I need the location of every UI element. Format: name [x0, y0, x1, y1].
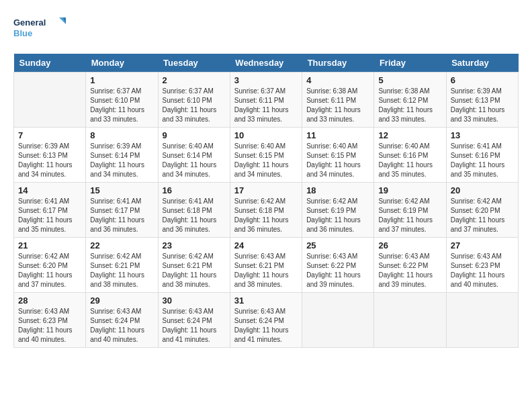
calendar-cell: 31Sunrise: 6:43 AMSunset: 6:24 PMDayligh… [230, 293, 302, 348]
day-number: 15 [90, 185, 153, 195]
day-number: 24 [234, 240, 298, 250]
day-header-friday: Friday [374, 54, 446, 73]
calendar-cell: 11Sunrise: 6:40 AMSunset: 6:15 PMDayligh… [302, 128, 374, 183]
day-number: 17 [234, 185, 298, 195]
calendar-cell: 5Sunrise: 6:38 AMSunset: 6:12 PMDaylight… [374, 73, 446, 128]
day-info: Sunrise: 6:42 AMSunset: 6:20 PMDaylight:… [451, 197, 514, 234]
day-number: 16 [163, 185, 226, 195]
day-number: 31 [234, 295, 298, 306]
day-number: 6 [451, 75, 514, 85]
day-number: 4 [306, 75, 369, 85]
calendar-cell: 21Sunrise: 6:42 AMSunset: 6:20 PMDayligh… [14, 238, 86, 293]
day-header-monday: Monday [86, 54, 158, 73]
calendar-cell: 29Sunrise: 6:43 AMSunset: 6:24 PMDayligh… [86, 293, 158, 348]
calendar-cell: 24Sunrise: 6:43 AMSunset: 6:21 PMDayligh… [230, 238, 302, 293]
day-info: Sunrise: 6:37 AMSunset: 6:10 PMDaylight:… [90, 87, 153, 124]
calendar-cell: 28Sunrise: 6:43 AMSunset: 6:23 PMDayligh… [14, 293, 86, 348]
calendar-week-3: 14Sunrise: 6:41 AMSunset: 6:17 PMDayligh… [14, 183, 519, 238]
day-info: Sunrise: 6:41 AMSunset: 6:17 PMDaylight:… [18, 197, 81, 234]
day-number: 28 [18, 295, 81, 306]
day-info: Sunrise: 6:43 AMSunset: 6:24 PMDaylight:… [163, 307, 226, 345]
calendar-week-4: 21Sunrise: 6:42 AMSunset: 6:20 PMDayligh… [14, 238, 519, 293]
calendar-cell: 18Sunrise: 6:42 AMSunset: 6:19 PMDayligh… [302, 183, 374, 238]
calendar-cell: 9Sunrise: 6:40 AMSunset: 6:14 PMDaylight… [158, 128, 230, 183]
day-info: Sunrise: 6:39 AMSunset: 6:14 PMDaylight:… [90, 142, 153, 179]
day-info: Sunrise: 6:43 AMSunset: 6:22 PMDaylight:… [306, 252, 369, 289]
day-info: Sunrise: 6:39 AMSunset: 6:13 PMDaylight:… [451, 87, 514, 124]
calendar-cell: 25Sunrise: 6:43 AMSunset: 6:22 PMDayligh… [302, 238, 374, 293]
calendar-cell: 1Sunrise: 6:37 AMSunset: 6:10 PMDaylight… [86, 73, 158, 128]
calendar-cell: 2Sunrise: 6:37 AMSunset: 6:10 PMDaylight… [158, 73, 230, 128]
calendar-table: SundayMondayTuesdayWednesdayThursdayFrid… [13, 54, 519, 348]
day-number: 7 [18, 130, 81, 140]
day-info: Sunrise: 6:38 AMSunset: 6:11 PMDaylight:… [306, 87, 369, 124]
day-info: Sunrise: 6:42 AMSunset: 6:18 PMDaylight:… [234, 197, 298, 234]
calendar-cell: 30Sunrise: 6:43 AMSunset: 6:24 PMDayligh… [158, 293, 230, 348]
day-number: 10 [234, 130, 298, 140]
calendar-cell: 7Sunrise: 6:39 AMSunset: 6:13 PMDaylight… [14, 128, 86, 183]
calendar-cell: 27Sunrise: 6:43 AMSunset: 6:23 PMDayligh… [446, 238, 518, 293]
calendar-week-5: 28Sunrise: 6:43 AMSunset: 6:23 PMDayligh… [14, 293, 519, 348]
general-blue-logo: General Blue [13, 13, 67, 43]
day-number: 30 [163, 295, 226, 306]
calendar-cell: 15Sunrise: 6:41 AMSunset: 6:17 PMDayligh… [86, 183, 158, 238]
day-info: Sunrise: 6:40 AMSunset: 6:16 PMDaylight:… [378, 142, 441, 179]
day-number: 23 [163, 240, 226, 250]
calendar-cell: 23Sunrise: 6:42 AMSunset: 6:21 PMDayligh… [158, 238, 230, 293]
calendar-cell: 17Sunrise: 6:42 AMSunset: 6:18 PMDayligh… [230, 183, 302, 238]
logo: General Blue [13, 13, 67, 43]
day-info: Sunrise: 6:37 AMSunset: 6:11 PMDaylight:… [234, 87, 298, 124]
day-number: 8 [90, 130, 153, 140]
day-info: Sunrise: 6:42 AMSunset: 6:19 PMDaylight:… [378, 197, 441, 234]
calendar-body: 1Sunrise: 6:37 AMSunset: 6:10 PMDaylight… [14, 73, 519, 348]
svg-text:Blue: Blue [13, 28, 32, 38]
day-number: 14 [18, 185, 81, 195]
day-header-wednesday: Wednesday [230, 54, 302, 73]
day-info: Sunrise: 6:42 AMSunset: 6:21 PMDaylight:… [163, 252, 226, 289]
day-number: 26 [378, 240, 441, 250]
day-info: Sunrise: 6:43 AMSunset: 6:24 PMDaylight:… [90, 307, 153, 345]
calendar-cell [446, 293, 518, 348]
day-info: Sunrise: 6:37 AMSunset: 6:10 PMDaylight:… [163, 87, 226, 124]
day-number: 20 [451, 185, 514, 195]
day-info: Sunrise: 6:43 AMSunset: 6:23 PMDaylight:… [18, 307, 81, 345]
calendar-cell: 12Sunrise: 6:40 AMSunset: 6:16 PMDayligh… [374, 128, 446, 183]
day-info: Sunrise: 6:43 AMSunset: 6:22 PMDaylight:… [378, 252, 441, 289]
svg-text:General: General [13, 17, 46, 28]
day-number: 13 [451, 130, 514, 140]
day-info: Sunrise: 6:41 AMSunset: 6:18 PMDaylight:… [163, 197, 226, 234]
day-number: 2 [163, 75, 226, 85]
day-info: Sunrise: 6:42 AMSunset: 6:19 PMDaylight:… [306, 197, 369, 234]
calendar-cell: 14Sunrise: 6:41 AMSunset: 6:17 PMDayligh… [14, 183, 86, 238]
calendar-cell: 13Sunrise: 6:41 AMSunset: 6:16 PMDayligh… [446, 128, 518, 183]
calendar-header-row: SundayMondayTuesdayWednesdayThursdayFrid… [14, 54, 519, 73]
day-header-thursday: Thursday [302, 54, 374, 73]
day-number: 19 [378, 185, 441, 195]
day-info: Sunrise: 6:40 AMSunset: 6:14 PMDaylight:… [163, 142, 226, 179]
day-number: 29 [90, 295, 153, 306]
day-info: Sunrise: 6:40 AMSunset: 6:15 PMDaylight:… [306, 142, 369, 179]
day-info: Sunrise: 6:39 AMSunset: 6:13 PMDaylight:… [18, 142, 81, 179]
day-number: 3 [234, 75, 298, 85]
day-number: 21 [18, 240, 81, 250]
day-number: 27 [451, 240, 514, 250]
calendar-cell [302, 293, 374, 348]
calendar-cell: 6Sunrise: 6:39 AMSunset: 6:13 PMDaylight… [446, 73, 518, 128]
calendar-cell [14, 73, 86, 128]
day-info: Sunrise: 6:40 AMSunset: 6:15 PMDaylight:… [234, 142, 298, 179]
day-number: 11 [306, 130, 369, 140]
calendar-cell: 26Sunrise: 6:43 AMSunset: 6:22 PMDayligh… [374, 238, 446, 293]
day-info: Sunrise: 6:43 AMSunset: 6:24 PMDaylight:… [234, 307, 298, 345]
calendar-week-1: 1Sunrise: 6:37 AMSunset: 6:10 PMDaylight… [14, 73, 519, 128]
day-info: Sunrise: 6:42 AMSunset: 6:21 PMDaylight:… [90, 252, 153, 289]
calendar-cell: 3Sunrise: 6:37 AMSunset: 6:11 PMDaylight… [230, 73, 302, 128]
calendar-cell: 20Sunrise: 6:42 AMSunset: 6:20 PMDayligh… [446, 183, 518, 238]
calendar-cell: 8Sunrise: 6:39 AMSunset: 6:14 PMDaylight… [86, 128, 158, 183]
calendar-cell: 16Sunrise: 6:41 AMSunset: 6:18 PMDayligh… [158, 183, 230, 238]
day-info: Sunrise: 6:41 AMSunset: 6:17 PMDaylight:… [90, 197, 153, 234]
day-header-saturday: Saturday [446, 54, 518, 73]
day-number: 18 [306, 185, 369, 195]
day-number: 9 [163, 130, 226, 140]
calendar-cell: 22Sunrise: 6:42 AMSunset: 6:21 PMDayligh… [86, 238, 158, 293]
day-info: Sunrise: 6:43 AMSunset: 6:21 PMDaylight:… [234, 252, 298, 289]
